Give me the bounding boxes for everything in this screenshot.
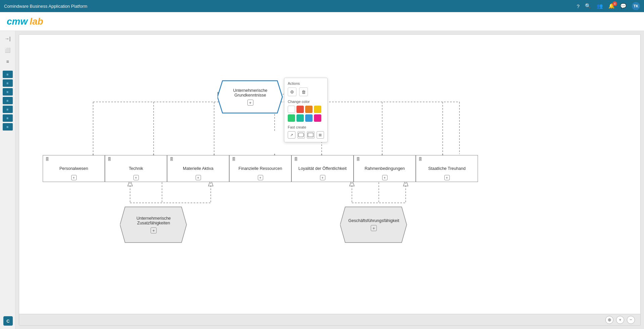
node-staatliche[interactable]: 🗄 Staatliche Treuhand + [416,155,478,182]
actions-popup: Actions ⚙ 🗑 Change color Fast create ↗ [284,78,328,142]
list-settings-icon[interactable]: ≡ [3,57,13,67]
sidebar-btn-3[interactable]: ≡ [3,88,13,96]
sidebar-btn-4[interactable]: ≡ [3,97,13,104]
sidebar-btn-7[interactable]: ≡ [3,123,13,131]
header: cmw lab [0,12,644,31]
actions-row: ⚙ 🗑 [288,87,324,96]
db-icon-loyalitaet: 🗄 [294,157,298,161]
node-loyalitaet[interactable]: 🗄 Loyalität der Öffentlichkeit + [291,155,354,182]
color-orange[interactable] [305,106,313,113]
node-label-loyalitaet: Loyalität der Öffentlichkeit [298,166,347,171]
messages-icon[interactable]: 💬 [620,3,627,9]
node-add-btn-finanzielle[interactable]: + [258,175,263,180]
node-label-personalwesen: Personalwesen [59,166,88,171]
c-button[interactable]: C [3,316,13,326]
sidebar-btn-1[interactable]: ≡ [3,71,13,78]
node-technik[interactable]: 🗄 Technik + [105,155,167,182]
color-yellow[interactable] [314,106,321,113]
canvas-bottom-bar: ⊕ + − [19,314,640,325]
node-label-technik: Technik [129,166,143,171]
fc-arrow-icon[interactable]: ↗ [288,131,295,139]
left-sidebar: →| ⬜ ≡ ≡ ≡ ≡ ≡ ≡ ≡ ≡ [0,31,15,329]
user-avatar[interactable]: TK [632,2,640,10]
db-icon-personalwesen: 🗄 [45,157,49,161]
color-pink[interactable] [314,114,321,122]
fc-shape-2[interactable] [307,131,315,139]
color-grid [288,106,324,122]
topbar-icons: ? 🔍 👥 🔔 4 💬 TK [577,2,640,10]
node-label-geschaeft: Geschäftsführungsfähigkeit [348,218,399,223]
node-add-btn-rahmen[interactable]: + [382,175,388,180]
node-add-btn-loyalitaet[interactable]: + [320,175,325,180]
canvas-area[interactable]: Unternehmerische Grundkenntnisse + 🗄 Per… [19,34,641,326]
node-personalwesen[interactable]: 🗄 Personalwesen + [43,155,105,182]
notification-badge: 4 [612,1,617,6]
help-icon[interactable]: ? [577,3,579,9]
zoom-in-btn[interactable]: + [616,316,624,324]
search-icon[interactable]: 🔍 [585,3,591,9]
monitor-icon[interactable]: ⬜ [3,45,13,55]
color-cyan[interactable] [296,114,304,122]
node-add-btn-zusatz[interactable]: + [151,227,157,233]
actions-title: Actions [288,81,324,85]
db-icon-finanzielle: 🗄 [232,157,236,161]
change-color-label: Change color [288,100,324,104]
sidebar-btn-2[interactable]: ≡ [3,79,13,87]
db-icon-materielle: 🗄 [170,157,173,161]
node-materielle-aktiva[interactable]: 🗄 Materielle Aktiva + [167,155,229,182]
topbar-title: Comindware Business Application Platform [4,4,87,9]
node-add-btn-materielle[interactable]: + [196,175,201,180]
node-label-zusatz: Unternehmerische Zusatzfähigkeiten [128,216,179,225]
node-add-btn-geschaeft[interactable]: + [371,225,377,231]
node-unternehmerische-grundkenntnisse[interactable]: Unternehmerische Grundkenntnisse + [217,80,283,114]
sidebar-btn-5[interactable]: ≡ [3,106,13,113]
main-layout: →| ⬜ ≡ ≡ ≡ ≡ ≡ ≡ ≡ ≡ [0,31,644,329]
node-add-btn-grundkenntnisse[interactable]: + [247,100,253,106]
node-finanzielle[interactable]: 🗄 Finanzielle Ressourcen + [229,155,291,182]
settings-action-btn[interactable]: ⚙ [288,87,296,96]
node-add-btn-staatliche[interactable]: + [444,175,450,180]
node-geschaeftsfuehrung[interactable]: Geschäftsführungsfähigkeit + [340,206,407,243]
svg-marker-33 [298,133,304,137]
delete-action-btn[interactable]: 🗑 [299,87,308,96]
db-icon-staatliche: 🗄 [418,157,422,161]
node-label-materielle: Materielle Aktiva [183,166,213,171]
node-label-staatliche: Staatliche Treuhand [428,166,466,171]
users-icon[interactable]: 👥 [597,3,603,9]
node-unternehmerische-zusatz[interactable]: Unternehmerische Zusatzfähigkeiten + [120,206,187,243]
db-icon-technik: 🗄 [108,157,111,161]
color-blue[interactable] [305,114,313,122]
node-rahmenbedingungen[interactable]: 🗄 Rahmenbedingungen + [354,155,416,182]
fast-create-row: ↗ ⊞ [288,131,324,139]
logo-cmw: cmw [7,16,28,27]
fast-create-label: Fast create [288,125,324,129]
color-green[interactable] [288,114,295,122]
collapse-icon[interactable]: →| [3,34,13,44]
bell-icon[interactable]: 🔔 4 [608,3,615,9]
topbar: Comindware Business Application Platform… [0,0,644,12]
node-add-btn-personalwesen[interactable]: + [71,175,77,180]
node-label-finanzielle: Finanzielle Ressourcen [239,166,282,171]
sidebar-btn-6[interactable]: ≡ [3,114,13,122]
color-white[interactable] [288,106,295,113]
zoom-fit-btn[interactable]: ⊕ [605,316,613,324]
node-label-rahmen: Rahmenbedingungen [365,166,405,171]
db-icon-rahmen: 🗄 [356,157,360,161]
fc-plus-shape[interactable]: ⊞ [317,131,324,139]
sidebar-button-group: ≡ ≡ ≡ ≡ ≡ ≡ ≡ [3,70,13,131]
svg-rect-34 [308,133,313,137]
fc-shape-1[interactable] [297,131,305,139]
color-red[interactable] [296,106,304,113]
node-add-btn-technik[interactable]: + [133,175,139,180]
logo-lab: lab [30,16,43,27]
node-label-grundkenntnisse: Unternehmerische Grundkenntnisse [225,88,276,98]
zoom-out-btn[interactable]: − [627,316,635,324]
